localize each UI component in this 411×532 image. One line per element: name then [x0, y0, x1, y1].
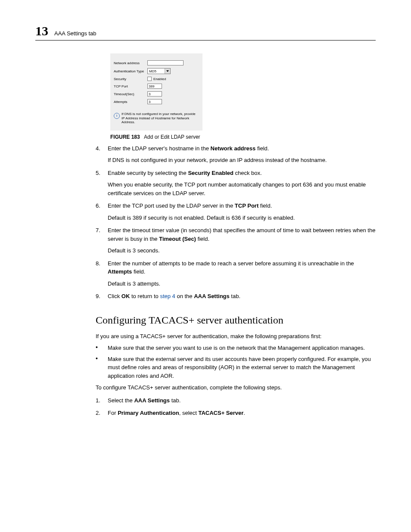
step-number: 8.: [96, 259, 108, 276]
step-item: 5.Enable security by selecting the Secur…: [96, 169, 376, 177]
input-timeout[interactable]: 3: [147, 91, 162, 96]
bullet-dot: •: [96, 355, 108, 380]
dialog-note-text: If DNS is not configured in your network…: [121, 112, 199, 124]
dialog-note: i If DNS is not configured in your netwo…: [114, 112, 199, 124]
figure-block: Network address Authentication Type MD5 …: [110, 53, 376, 140]
checkbox-security-label: Enabled: [153, 77, 166, 81]
step-9: 9. Click OK to return to step 4 on the A…: [96, 292, 376, 301]
label-timeout: Timeout(Sec): [114, 92, 147, 96]
step-sub: Default is 3 attempts.: [108, 280, 376, 288]
row-network-address: Network address: [114, 60, 199, 65]
step-content: Enter the LDAP server's hostname in the …: [108, 144, 376, 153]
step-number: 2.: [96, 409, 108, 417]
bullet-text: Make sure that the server you want to us…: [108, 344, 376, 352]
step-sub: Default is 389 if security is not enable…: [108, 214, 376, 222]
input-tcp-port[interactable]: 389: [147, 84, 162, 89]
dropdown-auth-type-value: MD5: [149, 69, 156, 73]
step-9-list: 9. Click OK to return to step 4 on the A…: [96, 292, 376, 301]
label-security: Security: [114, 77, 147, 81]
step-content: For Primary Authentication, select TACAC…: [108, 409, 376, 417]
chevron-down-icon: [165, 68, 170, 74]
step-content: Click OK to return to step 4 on the AAA …: [108, 292, 376, 301]
label-attempts: Attempts: [114, 100, 147, 104]
step-content: Enter the timeout timer value (in second…: [108, 226, 376, 243]
row-auth-type: Authentication Type MD5: [114, 68, 199, 74]
bullet-text: Make sure that the external server and i…: [108, 355, 376, 380]
step-content: Enter the TCP port used by the LDAP serv…: [108, 202, 376, 210]
section-lead: To configure TACACS+ server authenticati…: [96, 383, 376, 392]
figure-caption: FIGURE 183 Add or Edit LDAP server: [110, 134, 376, 140]
step-item: 8.Enter the number of attempts to be mad…: [96, 259, 376, 276]
chapter-number: 13: [35, 24, 48, 38]
step-number: 4.: [96, 144, 108, 153]
step-content: Select the AAA Settings tab.: [108, 396, 376, 405]
bullet-item: •Make sure that the external server and …: [96, 355, 376, 380]
label-tcp-port: TCP Port: [114, 84, 147, 88]
label-auth-type: Authentication Type: [114, 69, 147, 73]
step-number: 7.: [96, 226, 108, 243]
info-icon: i: [114, 113, 120, 119]
step-item: 1.Select the AAA Settings tab.: [96, 396, 376, 405]
section-intro: If you are using a TACACS+ server for au…: [96, 332, 376, 341]
step-content: Enter the number of attempts to be made …: [108, 259, 376, 276]
row-security: Security Enabled: [114, 77, 199, 81]
figure-caption-text: Add or Edit LDAP server: [144, 134, 200, 140]
header-title: AAA Settings tab: [54, 30, 97, 37]
dropdown-auth-type[interactable]: MD5: [147, 68, 171, 74]
step-sub: Default is 3 seconds.: [108, 246, 376, 255]
input-network-address[interactable]: [147, 60, 184, 65]
body-area: 4.Enter the LDAP server's hostname in th…: [96, 144, 376, 417]
bullet-dot: •: [96, 344, 108, 352]
step-number: 5.: [96, 169, 108, 177]
row-attempts: Attempts 3: [114, 99, 199, 104]
link-step-4[interactable]: step 4: [160, 293, 175, 299]
page: 13 AAA Settings tab Network address Auth…: [0, 0, 411, 454]
bullet-list: •Make sure that the server you want to u…: [96, 344, 376, 380]
step-number: 1.: [96, 396, 108, 405]
input-attempts[interactable]: 3: [147, 99, 162, 104]
bullet-item: •Make sure that the server you want to u…: [96, 344, 376, 352]
step-number: 6.: [96, 202, 108, 210]
row-tcp-port: TCP Port 389: [114, 84, 199, 89]
step-item: 7.Enter the timeout timer value (in seco…: [96, 226, 376, 243]
step-item: 6.Enter the TCP port used by the LDAP se…: [96, 202, 376, 210]
steps-list-1: 4.Enter the LDAP server's hostname in th…: [96, 144, 376, 288]
page-header: 13 AAA Settings tab: [35, 24, 376, 40]
step-content: Enable security by selecting the Securit…: [108, 169, 376, 177]
step-sub: When you enable security, the TCP port n…: [108, 180, 376, 197]
step-item: 4.Enter the LDAP server's hostname in th…: [96, 144, 376, 153]
figure-label: FIGURE 183: [110, 134, 140, 140]
steps-list-2: 1.Select the AAA Settings tab.2.For Prim…: [96, 396, 376, 417]
row-timeout: Timeout(Sec) 3: [114, 91, 199, 96]
checkbox-security-enabled[interactable]: [147, 77, 152, 81]
step-sub: If DNS is not configured in your network…: [108, 156, 376, 165]
section-heading-tacacs: Configuring TACACS+ server authenticatio…: [96, 314, 376, 326]
step-number: 9.: [96, 292, 108, 301]
label-network-address: Network address: [114, 61, 147, 65]
ldap-dialog: Network address Authentication Type MD5 …: [110, 53, 202, 131]
step-item: 2.For Primary Authentication, select TAC…: [96, 409, 376, 417]
